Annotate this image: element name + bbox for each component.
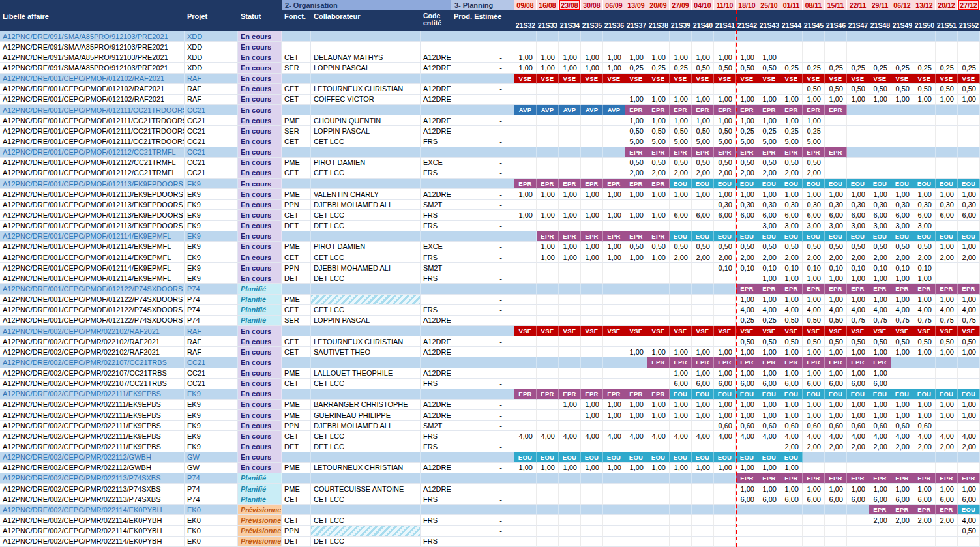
allocation-cell[interactable]: 1,00 xyxy=(891,347,913,357)
allocation-cell[interactable]: 1,00 xyxy=(537,189,559,200)
phase-cell[interactable]: EOU xyxy=(714,389,736,400)
phase-cell[interactable]: EPR xyxy=(647,105,670,115)
allocation-cell[interactable]: 0,50 xyxy=(714,158,736,168)
phase-cell[interactable]: VSE xyxy=(936,326,958,336)
allocation-cell[interactable]: 6,00 xyxy=(803,379,825,389)
empty-week-cell[interactable] xyxy=(514,505,537,515)
projet-cell[interactable]: EK0 xyxy=(185,515,238,525)
allocation-cell[interactable]: 2,00 xyxy=(803,168,825,179)
empty-week-cell[interactable] xyxy=(913,31,936,42)
projet-cell[interactable]: CC21 xyxy=(185,168,238,179)
phase-cell[interactable]: EPR xyxy=(869,284,891,294)
empty-week-cell[interactable] xyxy=(514,357,537,368)
allocation-cell[interactable]: 0,50 xyxy=(670,126,692,136)
phase-cell[interactable]: EOU xyxy=(603,452,625,463)
allocation-cell[interactable]: 1,00 xyxy=(670,410,692,421)
allocation-cell[interactable]: 1,00 xyxy=(758,484,780,494)
phase-cell[interactable]: EOU xyxy=(736,231,758,242)
empty-week-cell[interactable] xyxy=(692,42,714,52)
prod-estimee-cell[interactable] xyxy=(451,452,514,463)
date-header-cell[interactable]: 29/11 xyxy=(869,0,891,10)
empty-week-cell[interactable] xyxy=(514,263,537,273)
allocation-cell[interactable]: 0,50 xyxy=(647,158,670,168)
allocation-cell[interactable]: 1,00 xyxy=(736,400,758,410)
prod-estimee-cell[interactable]: - xyxy=(451,210,514,220)
collaborateur-cell[interactable]: LOPPIN PASCAL xyxy=(311,126,421,136)
projet-cell[interactable]: XDD xyxy=(185,52,238,63)
vacant-collaborator-cell[interactable] xyxy=(311,526,421,537)
week-header-cell[interactable]: 21S42 xyxy=(736,10,758,31)
fonction-cell[interactable] xyxy=(282,452,311,463)
empty-week-cell[interactable] xyxy=(869,105,891,115)
allocation-cell[interactable]: 1,00 xyxy=(780,273,803,284)
allocation-cell[interactable]: 0,50 xyxy=(825,316,847,326)
allocation-cell[interactable]: 1,00 xyxy=(780,347,803,357)
allocation-cell[interactable]: 0,50 xyxy=(958,84,980,95)
empty-week-cell[interactable] xyxy=(692,84,714,95)
collaborateur-cell[interactable] xyxy=(311,42,421,52)
allocation-cell[interactable]: 0,50 xyxy=(625,158,647,168)
code-entite-cell[interactable]: FRS xyxy=(421,537,451,547)
allocation-cell[interactable]: 3,00 xyxy=(780,221,803,231)
allocation-cell[interactable]: 1,00 xyxy=(913,484,936,494)
allocation-cell[interactable]: 1,00 xyxy=(714,410,736,421)
phase-cell[interactable]: VSE xyxy=(958,74,980,84)
empty-week-cell[interactable] xyxy=(559,410,581,421)
code-entite-cell[interactable]: FRS xyxy=(421,494,451,505)
empty-week-cell[interactable] xyxy=(714,441,736,452)
allocation-cell[interactable]: 2,00 xyxy=(670,252,692,263)
prod-estimee-cell[interactable]: - xyxy=(451,242,514,252)
date-header-cell[interactable]: 30/08 xyxy=(581,0,603,10)
statut-badge[interactable]: En cours xyxy=(238,410,282,421)
prod-estimee-cell[interactable]: - xyxy=(451,84,514,95)
projet-cell[interactable]: CC21 xyxy=(185,147,238,158)
empty-week-cell[interactable] xyxy=(603,31,625,42)
column-header-prod-estimee[interactable]: Prod. Estimée xyxy=(451,10,514,31)
empty-week-cell[interactable] xyxy=(581,126,603,136)
allocation-cell[interactable]: 1,00 xyxy=(647,115,670,126)
allocation-cell[interactable]: 1,00 xyxy=(692,189,714,200)
statut-badge[interactable]: En cours xyxy=(238,95,282,105)
affaire-cell[interactable]: A12PNC/DRE/002/CEPC/PMR/022114/EK0PYBH xyxy=(0,505,185,515)
allocation-cell[interactable]: 3,00 xyxy=(825,221,847,231)
week-header-cell[interactable]: 21S45 xyxy=(803,10,825,31)
prod-estimee-cell[interactable]: - xyxy=(451,410,514,421)
allocation-cell[interactable]: 1,00 xyxy=(803,189,825,200)
allocation-cell[interactable]: 1,00 xyxy=(869,410,891,421)
phase-cell[interactable]: VSE xyxy=(736,74,758,84)
empty-week-cell[interactable] xyxy=(869,126,891,136)
empty-week-cell[interactable] xyxy=(603,526,625,537)
date-header-cell[interactable]: 06/09 xyxy=(603,0,625,10)
phase-cell[interactable]: EOU xyxy=(736,389,758,400)
prod-estimee-cell[interactable] xyxy=(451,42,514,52)
empty-week-cell[interactable] xyxy=(559,200,581,210)
empty-week-cell[interactable] xyxy=(958,136,980,147)
column-header-projet[interactable]: Projet xyxy=(185,10,238,31)
empty-week-cell[interactable] xyxy=(803,42,825,52)
code-entite-cell[interactable]: FRS xyxy=(421,136,451,147)
phase-cell[interactable]: EOU xyxy=(869,231,891,242)
empty-week-cell[interactable] xyxy=(581,95,603,105)
phase-cell[interactable]: VSE xyxy=(869,74,891,84)
week-header-cell[interactable]: 21S50 xyxy=(913,10,936,31)
empty-week-cell[interactable] xyxy=(537,421,559,431)
collaborateur-cell[interactable]: PIROT DAMIEN xyxy=(311,158,421,168)
phase-cell[interactable]: VSE xyxy=(514,326,537,336)
projet-cell[interactable]: EK9 xyxy=(185,179,238,189)
empty-week-cell[interactable] xyxy=(603,263,625,273)
phase-cell[interactable]: EOU xyxy=(958,389,980,400)
empty-week-cell[interactable] xyxy=(625,537,647,547)
collaborateur-cell[interactable]: LETOURNEUX CHRISTIAN xyxy=(311,463,421,473)
empty-week-cell[interactable] xyxy=(936,105,958,115)
allocation-cell[interactable]: 5,00 xyxy=(736,136,758,147)
date-header-cell[interactable]: 25/10 xyxy=(758,0,780,10)
statut-badge[interactable]: En cours xyxy=(238,115,282,126)
empty-week-cell[interactable] xyxy=(581,494,603,505)
allocation-cell[interactable]: 1,00 xyxy=(581,210,603,220)
collaborateur-cell[interactable]: GUERINEAU PHILIPPE xyxy=(311,410,421,421)
allocation-cell[interactable]: 1,00 xyxy=(581,252,603,263)
allocation-cell[interactable]: 0,25 xyxy=(736,316,758,326)
empty-week-cell[interactable] xyxy=(603,441,625,452)
projet-cell[interactable]: EK9 xyxy=(185,189,238,200)
allocation-cell[interactable]: 0,30 xyxy=(825,200,847,210)
